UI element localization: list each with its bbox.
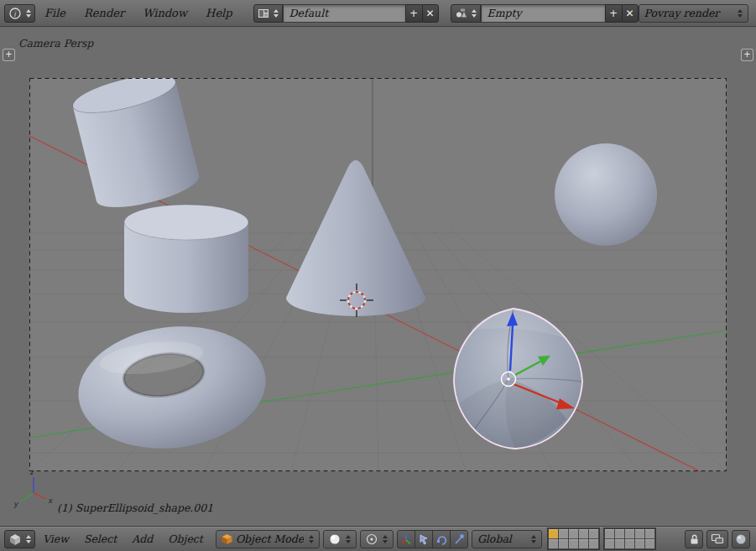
- menu-add[interactable]: Add: [124, 533, 160, 545]
- cylinder-object[interactable]: [124, 205, 248, 313]
- screen-layout-icon: [258, 8, 269, 18]
- scene-browse-button[interactable]: [451, 4, 481, 23]
- expand-properties-button[interactable]: +: [741, 49, 753, 61]
- editor-type-selector[interactable]: i: [4, 4, 35, 23]
- scale-manipulator-button[interactable]: [450, 530, 468, 548]
- layer-button-9[interactable]: [635, 529, 644, 538]
- dropdown-arrows-icon: [472, 9, 477, 18]
- menu-help[interactable]: Help: [196, 7, 242, 19]
- layer-button-11[interactable]: [549, 539, 558, 548]
- screen-name-field[interactable]: Default: [283, 4, 405, 23]
- object-mode-cube-icon: [222, 533, 232, 544]
- axis-z-label: z: [29, 468, 34, 476]
- manipulator-widget-group: [397, 530, 468, 548]
- layer-button-3[interactable]: [569, 529, 578, 538]
- rotate-manipulator-button[interactable]: [432, 530, 451, 548]
- layer-button-17[interactable]: [615, 539, 624, 548]
- selected-object-label: (1) SuperEllipsoid_shape.001: [57, 502, 213, 514]
- layer-button-15[interactable]: [589, 539, 598, 548]
- menu-select[interactable]: Select: [76, 533, 124, 545]
- preview-sphere-icon: [735, 533, 747, 545]
- menu-view[interactable]: View: [35, 533, 76, 545]
- lock-layers-button[interactable]: [685, 530, 703, 548]
- manipulator-center-dot: [507, 377, 510, 381]
- manipulator-toggle-button[interactable]: [397, 530, 415, 548]
- add-screen-button[interactable]: +: [405, 4, 422, 23]
- menu-file[interactable]: File: [35, 7, 75, 19]
- layer-button-19[interactable]: [635, 539, 644, 548]
- translate-icon: [418, 533, 430, 545]
- view-name-label: Camera Persp: [18, 37, 93, 49]
- menu-window[interactable]: Window: [133, 7, 196, 19]
- menu-render[interactable]: Render: [75, 7, 133, 19]
- layer-button-16[interactable]: [605, 539, 614, 548]
- screen-browse-button[interactable]: [253, 4, 283, 23]
- dropdown-arrows-icon: [309, 535, 314, 543]
- layer-button-7[interactable]: [615, 529, 624, 538]
- render-screens-icon: [711, 533, 724, 545]
- svg-text:i: i: [14, 9, 17, 18]
- 3d-scene[interactable]: z y x: [0, 27, 756, 526]
- mini-axis-gizmo: z y x: [13, 468, 53, 508]
- orientation-dropdown[interactable]: Global: [472, 530, 542, 548]
- scale-icon: [453, 533, 465, 545]
- dropdown-arrows-icon: [738, 9, 743, 18]
- delete-scene-button[interactable]: ✕: [622, 4, 639, 23]
- dropdown-arrows-icon: [346, 535, 351, 543]
- translate-manipulator-button[interactable]: [414, 530, 433, 548]
- layer-button-6[interactable]: [605, 529, 614, 538]
- dropdown-arrows-icon: [26, 535, 31, 543]
- dropdown-arrows-icon: [383, 535, 388, 543]
- 3d-viewport[interactable]: z y x Camera Persp (1) SuperEllipsoid_sh…: [0, 27, 756, 526]
- layer-button-4[interactable]: [579, 529, 588, 538]
- header-right-buttons: [685, 530, 752, 548]
- add-scene-button[interactable]: +: [605, 4, 622, 23]
- rotate-icon: [435, 533, 447, 545]
- material-preview-button[interactable]: [732, 530, 750, 548]
- layer-button-5[interactable]: [589, 529, 598, 538]
- lock-icon: [687, 533, 701, 546]
- render-preview-button[interactable]: [706, 530, 728, 548]
- render-engine-dropdown[interactable]: Povray render: [639, 4, 748, 23]
- layer-button-13[interactable]: [569, 539, 578, 548]
- delete-screen-button[interactable]: ✕: [422, 4, 439, 23]
- 3d-view-editor-icon: [8, 533, 22, 546]
- layer-button-12[interactable]: [559, 539, 568, 548]
- top-header: i File Render Window Help Default + ✕: [0, 0, 756, 27]
- blender-window: i File Render Window Help Default + ✕: [0, 0, 756, 551]
- layer-button-14[interactable]: [579, 539, 588, 548]
- mode-value: Object Mode: [236, 533, 304, 545]
- viewport-shading-dropdown[interactable]: [323, 530, 357, 548]
- layer-button-1[interactable]: [549, 529, 558, 538]
- layer-buttons-group-1: [547, 528, 600, 550]
- axis-y-label: y: [13, 500, 18, 508]
- pivot-point-icon: [366, 533, 378, 545]
- layer-button-18[interactable]: [625, 539, 634, 548]
- screen-layout-selector: Default + ✕: [253, 4, 439, 23]
- dropdown-arrows-icon: [274, 9, 279, 18]
- render-engine-value: Povray render: [644, 7, 733, 19]
- dropdown-arrows-icon: [531, 535, 536, 543]
- layer-button-20[interactable]: [645, 539, 654, 548]
- info-editor-icon: i: [8, 7, 22, 20]
- layer-button-2[interactable]: [559, 529, 568, 538]
- sphere-object[interactable]: [555, 143, 657, 246]
- shading-sphere-icon: [329, 533, 341, 545]
- scene-name-field[interactable]: Empty: [481, 4, 605, 23]
- viewport-header: View Select Add Object Object Mode: [0, 526, 756, 551]
- scene-selector: Empty + ✕: [451, 4, 639, 23]
- mode-dropdown[interactable]: Object Mode: [216, 530, 320, 548]
- manipulator-axes-icon: [400, 533, 412, 545]
- axis-x-label: x: [48, 496, 53, 505]
- layer-button-8[interactable]: [625, 529, 634, 538]
- orientation-value: Global: [477, 533, 526, 545]
- menu-object[interactable]: Object: [160, 533, 211, 545]
- layer-button-10[interactable]: [645, 529, 654, 538]
- pivot-point-dropdown[interactable]: [360, 530, 394, 548]
- dropdown-arrows-icon: [26, 9, 31, 18]
- editor-type-selector-3dview[interactable]: [4, 530, 35, 548]
- expand-toolshelf-button[interactable]: +: [3, 49, 15, 61]
- layer-buttons-group-2: [603, 528, 656, 550]
- scene-icon: [455, 8, 467, 18]
